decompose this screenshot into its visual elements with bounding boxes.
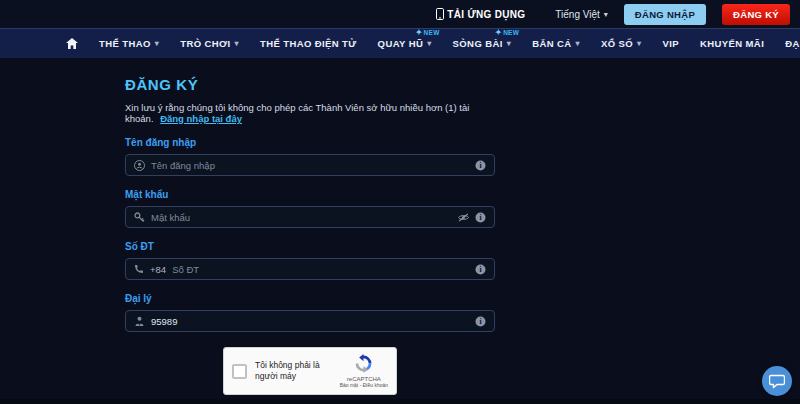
page-title: ĐĂNG KÝ [125, 76, 495, 93]
sparkle-icon: ✦ [416, 28, 423, 37]
password-field-group: Mật khẩu i [125, 189, 495, 228]
chevron-down-icon: ▾ [637, 39, 641, 48]
phone-field-group: Số ĐT +84 i [125, 241, 495, 280]
phone-icon [134, 264, 144, 274]
info-icon[interactable]: i [475, 212, 486, 223]
password-input[interactable] [151, 212, 451, 223]
svg-text:i: i [479, 161, 481, 170]
live-chat-button[interactable] [762, 366, 792, 396]
nav-item-the-thao[interactable]: THỂ THAO ▾ [99, 38, 159, 49]
phone-input-box: +84 i [125, 258, 495, 280]
chevron-down-icon: ▾ [507, 39, 511, 48]
nav-item-vip[interactable]: VIP [662, 38, 679, 49]
download-app-label: TẢI ỨNG DỤNG [447, 9, 525, 20]
chevron-down-icon: ▾ [155, 39, 159, 48]
recaptcha-label: Tôi không phải là người máy [255, 360, 337, 382]
eye-slash-icon[interactable] [457, 212, 470, 223]
sparkle-icon: ✦ [495, 28, 502, 37]
recaptcha-links[interactable]: Bảo mật - Điều khoản [340, 383, 388, 389]
main-content: ĐĂNG KÝ Xin lưu ý rằng chúng tôi không c… [0, 58, 800, 404]
nav-item-tro-choi[interactable]: TRÒ CHƠI ▾ [180, 38, 239, 49]
home-icon[interactable] [66, 38, 78, 49]
phone-label: Số ĐT [125, 241, 495, 252]
new-badge: ✦ NEW [416, 28, 440, 37]
nav-item-xo-so[interactable]: XỔ SỐ ▾ [601, 38, 642, 49]
svg-text:i: i [479, 213, 481, 222]
chevron-down-icon: ▾ [604, 10, 608, 19]
info-icon[interactable]: i [475, 264, 486, 275]
nav-item-khuyen-mai[interactable]: KHUYẾN MÃI [700, 38, 764, 49]
username-label: Tên đăng nhập [125, 137, 495, 148]
agent-icon [134, 316, 145, 327]
info-icon[interactable]: i [475, 316, 486, 327]
agent-label: Đại lý [125, 293, 495, 304]
nav-item-quay-hu[interactable]: ✦ NEW QUAY HŨ ▾ [378, 38, 432, 49]
download-app-button[interactable]: TẢI ỨNG DỤNG [436, 8, 525, 20]
user-icon [134, 160, 145, 171]
username-field-group: Tên đăng nhập i [125, 137, 495, 176]
register-button-top[interactable]: ĐĂNG KÝ [722, 4, 790, 25]
chevron-down-icon: ▾ [235, 39, 239, 48]
nav-item-ban-ca[interactable]: BẮN CÁ ▾ [532, 38, 580, 49]
info-icon[interactable]: i [475, 160, 486, 171]
recaptcha-logo: reCAPTCHA Bảo mật - Điều khoản [340, 354, 388, 389]
main-nav: THỂ THAO ▾ TRÒ CHƠI ▾ THỂ THAO ĐIỆN TỬ ✦… [0, 28, 800, 58]
password-input-box: i [125, 206, 495, 228]
phone-country-prefix[interactable]: +84 [150, 264, 166, 275]
agent-input[interactable] [151, 316, 469, 327]
recaptcha-checkbox[interactable] [232, 364, 247, 379]
footer-strip [0, 399, 800, 404]
password-label: Mật khẩu [125, 189, 495, 200]
top-bar: TẢI ỨNG DỤNG Tiếng Việt ▾ ĐĂNG NHẬP ĐĂNG… [0, 0, 800, 28]
recaptcha-widget: Tôi không phải là người máy reCAPTCHA Bả… [223, 347, 397, 395]
nav-item-song-bai[interactable]: ✦ NEW SÒNG BÀI ▾ [453, 38, 512, 49]
key-icon [134, 212, 145, 223]
register-form: ĐĂNG KÝ Xin lưu ý rằng chúng tôi không c… [125, 76, 495, 404]
username-input-box: i [125, 154, 495, 176]
agent-field-group: Đại lý i [125, 293, 495, 332]
nav-item-the-thao-dien-tu[interactable]: THỂ THAO ĐIỆN TỬ [260, 38, 357, 49]
username-input[interactable] [151, 160, 469, 171]
login-button[interactable]: ĐĂNG NHẬP [624, 4, 706, 25]
chevron-down-icon: ▾ [576, 39, 580, 48]
chevron-down-icon: ▾ [427, 39, 431, 48]
language-selector[interactable]: Tiếng Việt ▾ [555, 9, 608, 20]
svg-text:i: i [479, 265, 481, 274]
recaptcha-icon [354, 354, 373, 373]
nav-item-dai-ly[interactable]: ĐẠI LÝ [785, 38, 800, 49]
login-here-link[interactable]: Đăng nhập tại đây [160, 113, 242, 124]
account-limit-note: Xin lưu ý rằng chúng tôi không cho phép … [125, 102, 495, 124]
agent-input-box: i [125, 310, 495, 332]
svg-text:i: i [479, 317, 481, 326]
new-badge: ✦ NEW [495, 28, 519, 37]
chat-bubble-icon [769, 374, 785, 389]
mobile-phone-icon [436, 8, 444, 20]
language-label: Tiếng Việt [555, 9, 599, 20]
phone-input[interactable] [172, 264, 469, 275]
